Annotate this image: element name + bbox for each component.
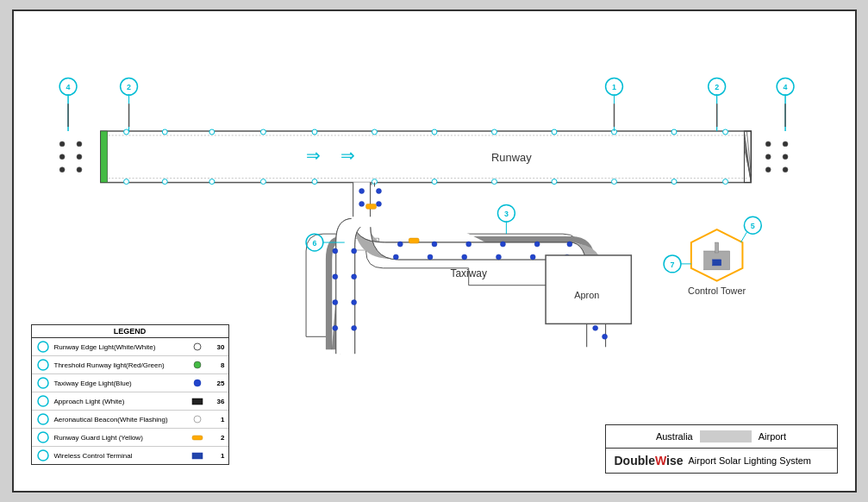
svg-point-83: [351, 300, 356, 305]
svg-text:2: 2: [127, 83, 131, 91]
legend-icon-4: [35, 393, 51, 409]
svg-point-68: [428, 254, 433, 260]
legend-row-6: Runway Guard Light (Yellow) 2: [32, 429, 228, 447]
svg-point-84: [351, 325, 356, 330]
svg-point-14: [260, 129, 265, 135]
legend-row-3: Taxiway Edge Light(Blue) 25: [32, 374, 228, 392]
svg-rect-93: [365, 204, 376, 209]
svg-rect-91: [712, 260, 721, 266]
svg-rect-144: [192, 453, 203, 459]
svg-point-41: [59, 141, 65, 147]
country-label: Australia: [656, 431, 693, 442]
svg-point-44: [765, 141, 771, 147]
svg-point-54: [376, 201, 381, 206]
svg-point-23: [123, 179, 128, 185]
legend-color-6: [190, 432, 204, 442]
legend-count-3: 25: [208, 380, 225, 387]
svg-point-143: [38, 450, 48, 461]
svg-point-11: [123, 129, 128, 135]
svg-point-40: [76, 167, 81, 173]
svg-point-43: [59, 167, 65, 173]
svg-point-58: [500, 242, 505, 247]
legend-label-2: Threshold Runway light(Red/Green): [54, 361, 187, 369]
svg-text:5: 5: [750, 222, 754, 230]
legend-title: LEGEND: [32, 325, 228, 338]
legend-row-4: Approach Light (White) 36: [32, 392, 228, 411]
legend-color-3: [190, 378, 204, 388]
legend-box: LEGEND Runway Edge Light(White/White) 30…: [31, 324, 229, 465]
svg-point-25: [209, 179, 214, 185]
svg-point-24: [162, 179, 167, 185]
svg-text:1: 1: [612, 83, 616, 91]
legend-row-2: Threshold Runway light(Red/Green) 8: [32, 356, 228, 374]
svg-point-39: [76, 154, 81, 160]
svg-point-19: [552, 129, 557, 135]
svg-point-31: [552, 179, 557, 185]
svg-point-137: [38, 396, 48, 406]
title-box: Australia Airport DoubleWise Airport Sol…: [605, 424, 838, 474]
svg-point-139: [38, 414, 48, 424]
legend-label-6: Runway Guard Light (Yellow): [54, 434, 187, 442]
svg-point-141: [38, 432, 48, 442]
legend-label-3: Taxiway Edge Light(Blue): [54, 380, 187, 387]
company-logo: DoubleWise: [615, 454, 684, 467]
legend-count-1: 30: [208, 343, 225, 351]
svg-point-70: [496, 254, 501, 260]
svg-rect-138: [192, 398, 203, 405]
svg-point-67: [393, 254, 398, 260]
svg-point-65: [359, 189, 364, 194]
svg-text:Runway: Runway: [491, 151, 532, 164]
svg-point-56: [432, 242, 437, 247]
svg-point-79: [332, 300, 337, 305]
svg-point-30: [491, 179, 496, 185]
airport-name-blank: [700, 430, 752, 442]
legend-row-5: Aeronautical Beacon(White Flashing) 1: [32, 411, 228, 429]
svg-point-82: [351, 274, 356, 279]
svg-rect-52: [351, 216, 372, 227]
svg-point-46: [765, 167, 771, 173]
svg-line-113: [740, 232, 746, 242]
svg-point-49: [783, 167, 788, 173]
svg-text:7: 7: [670, 260, 674, 269]
svg-point-13: [209, 129, 214, 135]
svg-text:2: 2: [715, 83, 719, 91]
legend-label-7: Wireless Control Terminal: [54, 452, 187, 460]
svg-text:⇒: ⇒: [340, 146, 354, 165]
svg-point-21: [671, 129, 677, 135]
svg-point-136: [194, 380, 201, 386]
svg-point-131: [38, 342, 48, 352]
svg-point-134: [194, 361, 201, 368]
svg-point-132: [194, 343, 201, 350]
legend-icon-7: [35, 448, 51, 463]
legend-label-4: Approach Light (White): [54, 398, 187, 405]
legend-count-4: 36: [208, 398, 225, 405]
title-row-company: DoubleWise Airport Solar Lighting System: [606, 449, 837, 473]
svg-point-22: [722, 129, 727, 135]
svg-point-18: [491, 129, 496, 135]
svg-text:6: 6: [312, 239, 316, 248]
svg-text:⇒: ⇒: [306, 146, 321, 165]
legend-row-1: Runway Edge Light(White/White) 30: [32, 338, 228, 356]
svg-point-16: [372, 129, 377, 135]
legend-color-2: [190, 360, 204, 370]
svg-point-48: [783, 154, 788, 160]
legend-icon-1: [35, 339, 51, 355]
legend-icon-2: [35, 357, 51, 373]
svg-point-17: [432, 129, 437, 135]
svg-point-34: [722, 179, 727, 185]
svg-point-42: [59, 154, 65, 160]
svg-point-59: [534, 242, 540, 247]
svg-point-47: [783, 141, 788, 147]
legend-color-1: [190, 342, 204, 352]
svg-point-27: [312, 179, 317, 185]
svg-point-15: [312, 129, 317, 135]
svg-point-81: [351, 248, 356, 254]
legend-color-4: [190, 396, 204, 406]
legend-color-5: [190, 414, 204, 424]
svg-point-76: [602, 334, 607, 339]
svg-point-135: [38, 378, 48, 388]
legend-count-6: 2: [208, 434, 225, 442]
svg-point-29: [432, 179, 437, 185]
svg-rect-94: [409, 238, 419, 243]
legend-count-2: 8: [208, 361, 225, 369]
